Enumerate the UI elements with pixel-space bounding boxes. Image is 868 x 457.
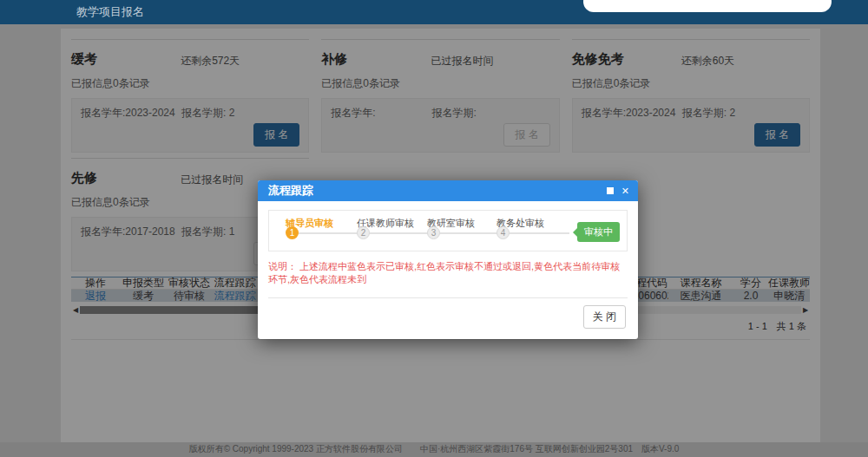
modal-title: 流程跟踪: [258, 180, 638, 201]
search-input[interactable]: [583, 0, 832, 12]
maximize-icon[interactable]: [607, 187, 614, 194]
step-dot-3: 3: [427, 226, 440, 239]
step-dot-1: 1: [286, 226, 299, 239]
step-dot-2: 2: [357, 226, 370, 239]
page-title: 教学项目报名: [76, 0, 144, 24]
modal-header: 流程跟踪 ✕: [258, 180, 638, 201]
step-dot-4: 4: [496, 226, 510, 239]
modal-note: 说明： 上述流程中蓝色表示已审核,红色表示审核不通过或退回,黄色代表当前待审核环…: [268, 260, 628, 287]
close-icon[interactable]: ✕: [621, 187, 629, 194]
process-tracking-modal: 流程跟踪 ✕ 辅导员审核 任课教师审核 教研室审核 教务处审核 1 2 3 4 …: [258, 180, 638, 339]
modal-footer: 关 闭: [268, 297, 628, 330]
status-badge: 审核中: [577, 222, 620, 242]
workflow-steps: 辅导员审核 任课教师审核 教研室审核 教务处审核 1 2 3 4 审核中: [268, 210, 628, 251]
close-button[interactable]: 关 闭: [583, 305, 626, 329]
modal-body: 辅导员审核 任课教师审核 教研室审核 教务处审核 1 2 3 4 审核中 说明：…: [258, 201, 638, 339]
